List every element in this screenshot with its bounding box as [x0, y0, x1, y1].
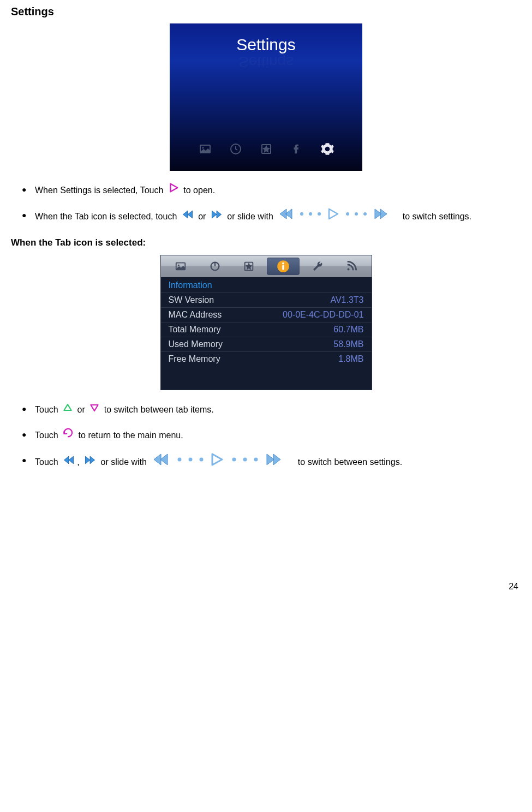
- slide-gesture-icon: [276, 207, 400, 226]
- list-item: Touch to return to the main menu.: [11, 427, 521, 445]
- svg-point-18: [348, 268, 350, 271]
- star-icon: [259, 141, 274, 157]
- text: or: [198, 212, 208, 221]
- svg-point-21: [200, 458, 204, 462]
- table-row: Free Memory 1.8MB: [161, 351, 372, 366]
- table-row: MAC Address 00-0E-4C-DD-DD-01: [161, 307, 372, 322]
- page-heading: Settings: [11, 5, 521, 18]
- play-icon: [168, 182, 180, 200]
- row-value: 00-0E-4C-DD-DD-01: [283, 310, 363, 320]
- return-icon: [62, 427, 74, 445]
- row-label: SW Version: [169, 295, 214, 305]
- settings-title: Settings: [170, 23, 362, 54]
- row-label: Free Memory: [169, 354, 220, 364]
- svg-point-11: [178, 265, 180, 266]
- row-label: Used Memory: [169, 339, 223, 349]
- text: Touch: [35, 431, 61, 440]
- text: When the Tab icon is selected, touch: [35, 212, 180, 221]
- subheading: When the Tab icon is selected:: [11, 237, 521, 248]
- text: Touch: [35, 405, 61, 414]
- svg-point-19: [178, 458, 182, 462]
- table-row: Total Memory 60.7MB: [161, 322, 372, 337]
- svg-point-4: [300, 212, 303, 216]
- info-header: Information: [161, 278, 372, 292]
- gear-icon: [320, 141, 335, 157]
- row-value: AV1.3T3: [330, 295, 363, 305]
- row-label: MAC Address: [169, 310, 222, 320]
- triangle-down-icon: [89, 402, 100, 419]
- row-value: 1.8MB: [338, 354, 363, 364]
- text: or slide with: [227, 212, 276, 221]
- info-list: Information SW Version AV1.3T3 MAC Addre…: [161, 277, 372, 367]
- svg-point-6: [318, 212, 321, 216]
- text: to open.: [183, 186, 215, 195]
- text: or slide with: [100, 457, 149, 467]
- svg-point-8: [355, 212, 358, 216]
- svg-point-5: [309, 212, 312, 216]
- bullet-list-top: When Settings is selected, Touch to open…: [11, 182, 521, 226]
- page-number: 24: [11, 582, 521, 592]
- double-right-icon: [210, 208, 223, 226]
- svg-point-22: [232, 458, 236, 462]
- text: to switch between settings.: [298, 457, 402, 467]
- table-row: SW Version AV1.3T3: [161, 292, 372, 307]
- info-icon: [267, 258, 300, 275]
- svg-point-20: [189, 458, 193, 462]
- double-left-icon: [181, 208, 194, 226]
- bullet-list-bottom: Touch or to switch between tab items. To…: [11, 401, 521, 473]
- svg-point-1: [202, 147, 204, 149]
- text: Touch: [35, 457, 61, 467]
- triangle-up-icon: [62, 402, 73, 419]
- info-screenshot: Information SW Version AV1.3T3 MAC Addre…: [160, 255, 372, 390]
- svg-point-9: [363, 212, 367, 216]
- star-icon: [232, 258, 266, 275]
- svg-point-7: [346, 212, 349, 216]
- clock-icon: [228, 141, 243, 157]
- settings-screenshot: Settings Settings: [170, 23, 362, 171]
- text: ,: [77, 457, 82, 467]
- text: to switch settings.: [403, 212, 471, 221]
- svg-point-24: [254, 458, 258, 462]
- picture-icon: [198, 141, 213, 157]
- svg-point-23: [243, 458, 247, 462]
- settings-title-reflection: Settings: [170, 53, 362, 70]
- list-item: Touch or to switch between tab items.: [11, 401, 521, 419]
- row-value: 60.7MB: [333, 325, 363, 335]
- list-item: When the Tab icon is selected, touch or …: [11, 207, 521, 226]
- double-left-icon: [62, 454, 75, 471]
- svg-rect-17: [282, 265, 284, 270]
- power-icon: [198, 258, 231, 275]
- wrench-icon: [301, 258, 334, 275]
- picture-icon: [164, 258, 198, 275]
- text: to switch between tab items.: [104, 405, 214, 414]
- facebook-icon: [289, 141, 304, 157]
- slide-gesture-icon: [149, 452, 295, 473]
- text: to return to the main menu.: [79, 431, 183, 440]
- list-item: Touch , or slide with to switch between …: [11, 452, 521, 473]
- double-right-icon: [83, 454, 97, 471]
- info-tabbar: [161, 255, 372, 277]
- svg-point-16: [282, 262, 284, 265]
- rss-icon: [335, 258, 368, 275]
- settings-icon-bar: [170, 141, 362, 157]
- text: When Settings is selected, Touch: [35, 186, 166, 195]
- list-item: When Settings is selected, Touch to open…: [11, 182, 521, 200]
- text: or: [77, 405, 88, 414]
- row-label: Total Memory: [169, 325, 221, 335]
- table-row: Used Memory 58.9MB: [161, 337, 372, 351]
- row-value: 58.9MB: [333, 339, 363, 349]
